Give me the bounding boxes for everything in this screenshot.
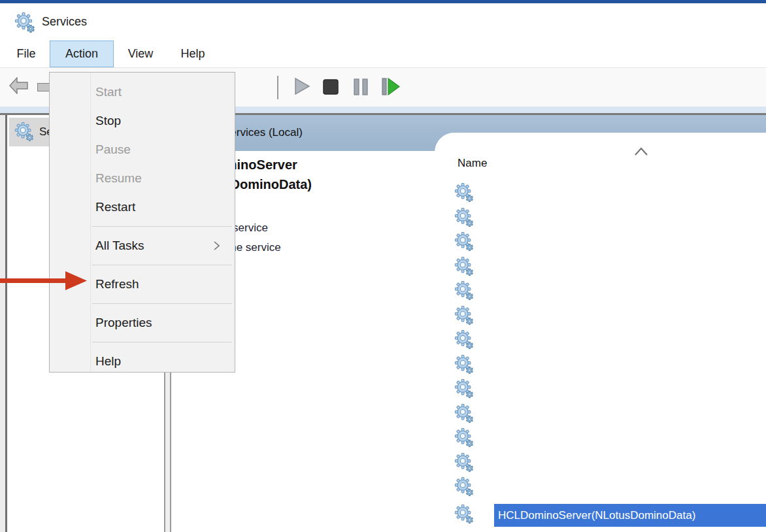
window-left-gutter — [0, 115, 5, 532]
menu-view[interactable]: View — [120, 41, 161, 67]
menu-item-label: Refresh — [95, 277, 139, 291]
service-gear-icon — [454, 453, 474, 473]
forward-arrow-icon[interactable] — [37, 83, 49, 91]
service-gear-icon — [454, 428, 474, 448]
service-gear-icon — [454, 183, 474, 203]
column-header-name[interactable]: Name — [458, 157, 487, 170]
menu-item-label: Pause — [95, 142, 131, 157]
services-node-icon — [14, 122, 34, 142]
sort-ascending-icon[interactable] — [634, 147, 648, 156]
menu-separator — [92, 303, 232, 304]
service-gear-icon — [454, 404, 474, 424]
menu-item-label: Restart — [95, 200, 135, 214]
menu-item-all-tasks[interactable]: All Tasks — [50, 231, 235, 260]
service-gear-icon — [454, 281, 474, 301]
service-row[interactable] — [452, 279, 766, 303]
service-row[interactable] — [452, 206, 766, 230]
menu-bar: File Action View Help — [0, 41, 766, 68]
service-row[interactable] — [452, 328, 766, 352]
menu-item-properties[interactable]: Properties — [50, 308, 235, 337]
service-row[interactable] — [452, 402, 766, 426]
menu-action[interactable]: Action — [50, 41, 114, 67]
action-dropdown-menu: StartStopPauseResumeRestartAll TasksRefr… — [49, 72, 235, 373]
menu-item-start: Start — [50, 78, 235, 107]
back-arrow-icon[interactable] — [9, 77, 29, 94]
service-row[interactable] — [452, 377, 766, 401]
service-row-selected[interactable]: HCLDominoServer(NLotusDominoData) — [452, 502, 766, 527]
service-gear-icon — [454, 355, 474, 374]
service-gear-icon — [454, 330, 474, 350]
menu-item-label: Help — [95, 354, 121, 369]
toolbar-separator — [277, 76, 278, 99]
service-gear-icon — [454, 232, 474, 252]
menu-help[interactable]: Help — [173, 41, 213, 67]
menu-item-resume: Resume — [50, 164, 235, 193]
service-gear-icon — [454, 208, 474, 227]
service-gear-icon — [454, 505, 474, 524]
menu-item-stop[interactable]: Stop — [50, 107, 235, 135]
services-app-icon — [14, 12, 35, 33]
menu-item-pause: Pause — [50, 135, 235, 164]
service-row[interactable] — [452, 426, 766, 450]
stop-service-icon[interactable] — [322, 78, 339, 95]
services-window: Services File Action View Help — [0, 0, 766, 532]
menu-separator — [92, 265, 232, 265]
service-row[interactable] — [452, 181, 766, 205]
menu-separator — [92, 342, 232, 342]
selection-highlight: HCLDominoServer(NLotusDominoData) — [494, 504, 766, 527]
menu-item-label: All Tasks — [95, 239, 144, 253]
service-row[interactable] — [452, 255, 766, 279]
service-row[interactable] — [452, 353, 766, 377]
menu-file[interactable]: File — [8, 41, 44, 67]
services-detail-pane: Services (Local) HCLDominoServer (NLotus… — [171, 115, 766, 532]
service-row[interactable] — [452, 304, 766, 328]
pause-service-icon — [352, 78, 369, 95]
service-row[interactable] — [452, 230, 766, 254]
start-service-icon — [294, 77, 310, 95]
selected-service-row-label: HCLDominoServer(NLotusDominoData) — [498, 509, 695, 522]
service-row[interactable] — [452, 451, 766, 475]
menu-separator — [92, 226, 232, 227]
window-title: Services — [42, 15, 87, 29]
service-gear-icon — [454, 379, 474, 399]
title-bar[interactable]: Services — [0, 3, 766, 41]
service-gear-icon — [454, 257, 474, 276]
menu-item-label: Properties — [95, 316, 152, 330]
menu-item-help[interactable]: Help — [50, 347, 235, 376]
service-gear-icon — [454, 306, 474, 325]
service-row[interactable] — [452, 475, 766, 499]
red-annotation-arrow — [0, 268, 89, 293]
restart-service-icon[interactable] — [381, 78, 401, 95]
submenu-chevron-icon — [213, 241, 220, 251]
menu-item-restart[interactable]: Restart — [50, 193, 235, 222]
menu-item-label: Resume — [95, 171, 142, 186]
menu-item-label: Stop — [95, 114, 121, 128]
service-gear-icon — [454, 477, 474, 497]
menu-item-label: Start — [95, 85, 122, 99]
